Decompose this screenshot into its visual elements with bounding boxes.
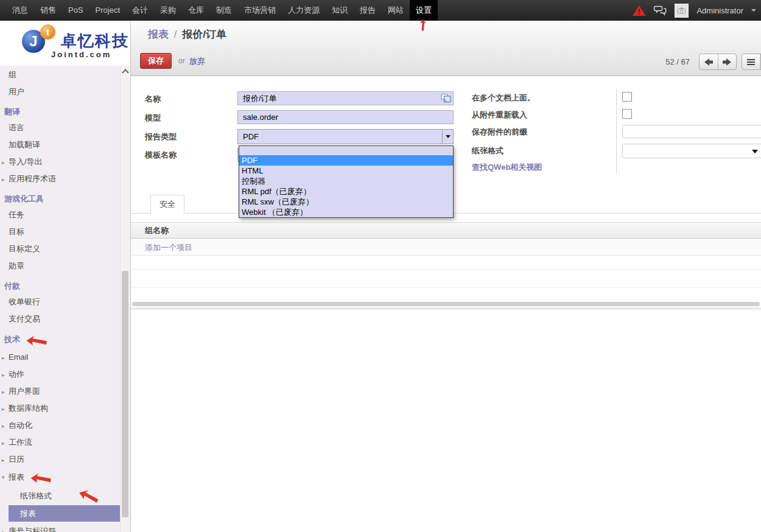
sidebar-item[interactable]: 收单银行	[0, 293, 120, 310]
sidebar-item[interactable]: 语言	[0, 119, 120, 136]
sidebar-label: 支付交易	[9, 314, 40, 323]
pager-nav	[699, 54, 737, 70]
topbar-menu-item[interactable]: 网站	[382, 0, 410, 21]
add-item-link[interactable]: 添加一个项目	[131, 239, 761, 256]
breadcrumb-current: 报价/订单	[182, 29, 226, 40]
next-button[interactable]	[718, 54, 737, 69]
topbar-menu-item[interactable]: 制造	[210, 0, 238, 21]
multi-doc-checkbox[interactable]	[622, 92, 632, 102]
name-input[interactable]: 报价/订单	[237, 91, 454, 105]
dropdown-option[interactable]: RML pdf（已废弃）	[239, 186, 453, 197]
dropdown-option[interactable]	[239, 146, 453, 155]
sidebar-item[interactable]: ▸Email	[0, 348, 120, 365]
sidebar-scrollbar-thumb[interactable]	[122, 271, 128, 517]
sidebar-item[interactable]: ▸自动化	[0, 416, 120, 433]
dropdown-caret-icon	[752, 150, 758, 153]
topbar-menu-item[interactable]: 市场营销	[238, 0, 282, 21]
warning-icon[interactable]	[633, 5, 646, 16]
sidebar-label: 应用程序术语	[9, 174, 56, 183]
topbar-menu-item[interactable]: PoS	[62, 0, 89, 21]
translate-icon[interactable]	[441, 94, 451, 107]
prev-icon	[702, 55, 715, 69]
sidebar-label: 付款	[4, 281, 20, 290]
find-qweb-views-button[interactable]: 查找QWeb相关视图	[472, 162, 542, 173]
company-name: 卓忆科技	[61, 30, 129, 52]
dropdown-option[interactable]: RML sxw（已废弃）	[239, 197, 453, 207]
save-button[interactable]: 保存	[140, 53, 172, 69]
sidebar-item[interactable]: ▸动作	[0, 365, 120, 382]
sidebar-item[interactable]: 目标定义	[0, 240, 120, 257]
annotation-arrow	[77, 486, 101, 505]
sidebar-scrollbar[interactable]	[120, 66, 130, 532]
name-label: 名称	[145, 94, 161, 105]
left-panel: J t 卓忆科技 Jointd.com 组用户翻译语言加载翻译▸导入/导出▸应用…	[0, 21, 131, 532]
report-type-select[interactable]: PDF	[237, 129, 454, 144]
sidebar-label: 语言	[9, 123, 24, 132]
topbar-menu-item[interactable]: 消息	[6, 0, 34, 21]
sidebar-item[interactable]: ▸序号与标识符	[0, 522, 120, 532]
sidebar-item[interactable]: 勋章	[0, 257, 120, 274]
discard-button[interactable]: 放弃	[189, 56, 205, 67]
company-logo[interactable]: J t 卓忆科技 Jointd.com	[0, 21, 130, 66]
topbar-menu-item[interactable]: 报告	[354, 0, 382, 21]
expand-right-icon: ▸	[2, 456, 5, 465]
reload-attachment-checkbox[interactable]	[622, 109, 632, 119]
sidebar-item[interactable]: ▸导入/导出	[0, 153, 120, 170]
paper-format-label: 纸张格式	[472, 145, 503, 156]
sidebar-item[interactable]: 目标	[0, 223, 120, 240]
sidebar-label: 目标定义	[9, 244, 40, 253]
annotation-arrow	[30, 471, 52, 484]
sidebar-item[interactable]: 任务	[0, 206, 120, 223]
dropdown-option[interactable]: HTML	[239, 166, 453, 176]
topbar-menu-item[interactable]: 人力资源	[282, 0, 326, 21]
sidebar-label: 日历	[9, 455, 24, 464]
sidebar-item[interactable]: 用户	[0, 83, 120, 100]
dropdown-option[interactable]: PDF	[239, 155, 453, 166]
sidebar-item[interactable]: 支付交易	[0, 310, 120, 327]
sidebar-section-header: 游戏化工具	[0, 187, 120, 206]
sidebar-item[interactable]: 组	[0, 66, 120, 83]
chat-icon[interactable]	[654, 5, 667, 16]
topbar-menu-item[interactable]: 知识	[326, 0, 354, 21]
paper-format-combobox[interactable]	[622, 144, 761, 158]
sidebar-item[interactable]: ▾报表	[0, 467, 120, 487]
expand-right-icon: ▸	[2, 439, 5, 448]
sidebar-item[interactable]: ▸用户界面	[0, 382, 120, 399]
avatar[interactable]	[675, 4, 689, 18]
sidebar-item[interactable]: ▸应用程序术语	[0, 170, 120, 187]
list-view-button[interactable]	[742, 54, 760, 69]
sidebar-label: 数据库结构	[9, 404, 48, 413]
sidebar-label: Email	[9, 352, 29, 362]
group-table-header: 组名称	[131, 222, 761, 239]
sidebar-item[interactable]: 加载翻译	[0, 136, 120, 153]
topbar-menu-item[interactable]: Project	[89, 0, 126, 21]
sidebar-subitem[interactable]: 纸张格式	[0, 487, 120, 505]
topbar-menu-item[interactable]: 仓库	[182, 0, 210, 21]
attachment-prefix-input[interactable]	[622, 125, 761, 138]
sidebar-item[interactable]: ▸工作流	[0, 433, 120, 450]
tab-security[interactable]: 安全	[150, 195, 184, 214]
sidebar-subitem[interactable]: 报表	[9, 505, 120, 522]
scroll-up-icon[interactable]	[122, 69, 128, 75]
model-label: 模型	[145, 113, 161, 124]
dropdown-option[interactable]: Webkit （已废弃）	[239, 207, 453, 217]
topbar-menu-item[interactable]: 会计	[126, 0, 154, 21]
sidebar-label: 用户界面	[9, 387, 40, 396]
template-name-label: 模板名称	[145, 150, 177, 161]
model-input[interactable]: sale.order	[237, 110, 454, 124]
annotation-arrow	[420, 19, 427, 31]
topbar-menus: 消息销售PoSProject会计采购仓库制造市场营销人力资源知识报告网站设置	[6, 0, 438, 21]
topbar-menu-item[interactable]: 销售	[34, 0, 62, 21]
user-menu[interactable]: Administrator	[696, 6, 743, 15]
sidebar-label: 导入/导出	[9, 157, 43, 166]
sidebar-item[interactable]: ▸日历	[0, 450, 120, 467]
sidebar-label: 勋章	[9, 261, 24, 270]
dropdown-option[interactable]: 控制器	[239, 176, 453, 186]
prev-button[interactable]	[700, 54, 718, 69]
horizontal-scrollbar[interactable]	[132, 302, 760, 306]
sidebar-item[interactable]: ▸数据库结构	[0, 399, 120, 416]
dropdown-caret-icon[interactable]	[442, 130, 453, 144]
topbar-menu-item[interactable]: 设置	[410, 0, 438, 21]
topbar-menu-item[interactable]: 采购	[154, 0, 182, 21]
breadcrumb-section-link[interactable]: 报表	[148, 29, 169, 40]
